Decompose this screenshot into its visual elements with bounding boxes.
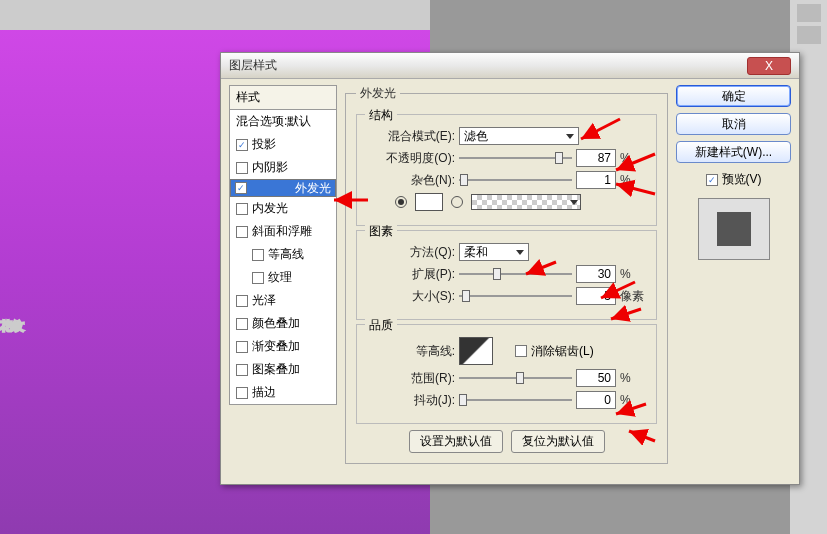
styles-header[interactable]: 样式 [229,85,337,110]
checkbox-icon[interactable]: ✓ [235,182,247,194]
technique-select[interactable]: 柔和 [459,243,529,261]
chevron-down-icon [570,200,578,205]
preview-swatch [698,198,770,260]
checkbox-icon[interactable] [236,295,248,307]
anti-alias-label: 消除锯齿(L) [531,343,594,360]
technique-label: 方法(Q): [365,244,455,261]
jitter-label: 抖动(J): [365,392,455,409]
jitter-unit: % [620,393,648,407]
structure-group: 结构 混合模式(E): 滤色 不透明度(O): 87 % 杂色(N): [356,114,657,226]
decorative-text-art: 花纹 [0,250,220,430]
cancel-button[interactable]: 取消 [676,113,791,135]
style-satin[interactable]: 光泽 [230,289,336,312]
noise-input[interactable]: 1 [576,171,616,189]
outer-glow-fieldset: 外发光 结构 混合模式(E): 滤色 不透明度(O): 87 % 杂色(N): [345,85,668,464]
dialog-title: 图层样式 [223,57,747,74]
structure-legend: 结构 [365,107,397,124]
new-style-button[interactable]: 新建样式(W)... [676,141,791,163]
panel-icon[interactable] [797,26,821,44]
contour-label: 等高线: [365,343,455,360]
color-radio[interactable] [395,196,407,208]
canvas-frame-top [0,0,430,30]
styles-list: 混合选项:默认 ✓投影 内阴影 ✓外发光 内发光 斜面和浮雕 等高线 纹理 光泽… [229,110,337,405]
ok-button[interactable]: 确定 [676,85,791,107]
blend-mode-label: 混合模式(E): [365,128,455,145]
checkbox-icon[interactable]: ✓ [236,139,248,151]
spread-slider[interactable] [459,266,572,282]
chevron-down-icon [566,134,574,139]
style-drop-shadow[interactable]: ✓投影 [230,133,336,156]
elements-group: 图素 方法(Q): 柔和 扩展(P): 30 % 大小(S): 5 [356,230,657,320]
dialog-right-column: 确定 取消 新建样式(W)... ✓ 预览(V) [676,85,791,470]
style-bevel-emboss[interactable]: 斜面和浮雕 [230,220,336,243]
close-icon: X [765,59,773,73]
gradient-radio[interactable] [451,196,463,208]
jitter-slider[interactable] [459,392,572,408]
chevron-down-icon [516,250,524,255]
checkbox-icon[interactable] [236,364,248,376]
size-unit: 像素 [620,288,648,305]
opacity-unit: % [620,151,648,165]
opacity-label: 不透明度(O): [365,150,455,167]
spread-unit: % [620,267,648,281]
styles-column: 样式 混合选项:默认 ✓投影 内阴影 ✓外发光 内发光 斜面和浮雕 等高线 纹理… [229,85,337,470]
panel-icon[interactable] [797,4,821,22]
close-button[interactable]: X [747,57,791,75]
checkbox-icon[interactable] [236,162,248,174]
noise-unit: % [620,173,648,187]
size-slider[interactable] [459,288,572,304]
noise-label: 杂色(N): [365,172,455,189]
spread-input[interactable]: 30 [576,265,616,283]
range-unit: % [620,371,648,385]
jitter-input[interactable]: 0 [576,391,616,409]
settings-column: 外发光 结构 混合模式(E): 滤色 不透明度(O): 87 % 杂色(N): [345,85,668,470]
style-outer-glow[interactable]: ✓外发光 [230,179,336,197]
checkbox-icon[interactable] [252,272,264,284]
style-inner-shadow[interactable]: 内阴影 [230,156,336,179]
set-default-button[interactable]: 设置为默认值 [409,430,503,453]
anti-alias-checkbox[interactable] [515,345,527,357]
checkbox-icon[interactable] [252,249,264,261]
range-label: 范围(R): [365,370,455,387]
size-input[interactable]: 5 [576,287,616,305]
quality-group: 品质 等高线: 消除锯齿(L) 范围(R): 50 % [356,324,657,424]
style-stroke[interactable]: 描边 [230,381,336,404]
size-label: 大小(S): [365,288,455,305]
preview-checkbox[interactable]: ✓ [706,174,718,186]
noise-slider[interactable] [459,172,572,188]
gradient-picker[interactable] [471,194,581,210]
checkbox-icon[interactable] [236,341,248,353]
spread-label: 扩展(P): [365,266,455,283]
checkbox-icon[interactable] [236,226,248,238]
outer-glow-legend: 外发光 [356,85,400,102]
reset-default-button[interactable]: 复位为默认值 [511,430,605,453]
contour-picker[interactable] [459,337,493,365]
style-texture[interactable]: 纹理 [230,266,336,289]
style-inner-glow[interactable]: 内发光 [230,197,336,220]
style-color-overlay[interactable]: 颜色叠加 [230,312,336,335]
range-slider[interactable] [459,370,572,386]
svg-text:花纹: 花纹 [0,319,24,333]
checkbox-icon[interactable] [236,318,248,330]
blend-mode-select[interactable]: 滤色 [459,127,579,145]
style-contour[interactable]: 等高线 [230,243,336,266]
dialog-titlebar[interactable]: 图层样式 X [221,53,799,79]
checkbox-icon[interactable] [236,387,248,399]
opacity-slider[interactable] [459,150,572,166]
range-input[interactable]: 50 [576,369,616,387]
opacity-input[interactable]: 87 [576,149,616,167]
blend-options-row[interactable]: 混合选项:默认 [230,110,336,133]
style-pattern-overlay[interactable]: 图案叠加 [230,358,336,381]
style-gradient-overlay[interactable]: 渐变叠加 [230,335,336,358]
preview-label: 预览(V) [722,171,762,188]
quality-legend: 品质 [365,317,397,334]
elements-legend: 图素 [365,223,397,240]
checkbox-icon[interactable] [236,203,248,215]
color-swatch[interactable] [415,193,443,211]
layer-style-dialog: 图层样式 X 样式 混合选项:默认 ✓投影 内阴影 ✓外发光 内发光 斜面和浮雕… [220,52,800,485]
